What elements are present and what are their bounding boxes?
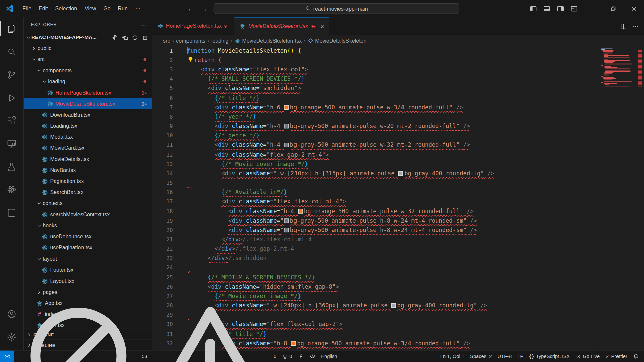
- activity-explorer[interactable]: [0, 17, 23, 40]
- more-actions-icon[interactable]: ⋯: [141, 21, 147, 28]
- status-prettier[interactable]: ✓Prettier: [603, 351, 630, 362]
- code-line-6[interactable]: 6 {/* title */}: [152, 93, 644, 103]
- menu-go[interactable]: Go: [100, 3, 114, 14]
- activity-source-control[interactable]: [0, 63, 23, 86]
- code-line-25[interactable]: 25 {/* MEDIUM & SCREEN DEVICES */}: [152, 273, 644, 282]
- tree-item-footer-tsx[interactable]: Footer.tsx: [24, 264, 152, 276]
- remote-indicator[interactable]: ><: [0, 351, 14, 362]
- activity-browser-preview[interactable]: [0, 201, 23, 224]
- code-line-15[interactable]: 15: [152, 178, 644, 187]
- layout-panel-bottom-icon[interactable]: [543, 5, 550, 12]
- breadcrumb-item-components[interactable]: components: [176, 38, 205, 44]
- close-tab-icon[interactable]: ×: [320, 23, 324, 29]
- split-editor-icon[interactable]: [620, 23, 627, 29]
- tree-item-public[interactable]: public: [24, 43, 152, 54]
- code-line-19[interactable]: 19 <div className="bg-gray-500 animate-p…: [152, 216, 644, 225]
- tree-item-usepagination-tsx[interactable]: usePagination.tsx: [24, 242, 152, 253]
- activity-atom[interactable]: [0, 178, 23, 201]
- menu-selection[interactable]: Selection: [52, 3, 81, 14]
- activity-remote-explorer[interactable]: [0, 132, 23, 155]
- close-button[interactable]: [624, 0, 644, 17]
- status-english[interactable]: English: [318, 351, 340, 362]
- tree-item-navbar-tsx[interactable]: NavBar.tsx: [24, 165, 152, 176]
- code-line-17[interactable]: 17 <div className="flex flex-col ml-4">: [152, 197, 644, 206]
- menu-file[interactable]: File: [19, 3, 35, 14]
- status-lf[interactable]: LF: [515, 351, 526, 362]
- collapse-all-icon[interactable]: [142, 34, 148, 40]
- code-line-12[interactable]: 12 <div className="flex gap-2 mt-4">: [152, 150, 644, 159]
- tree-item-moviecard-tsx[interactable]: MovieCard.tsx: [24, 142, 152, 154]
- overview-ruler[interactable]: [636, 46, 644, 350]
- tab-moviedetailsskeleton-tsx[interactable]: MovieDetailsSkeleton.tsx9+×: [235, 17, 329, 35]
- tree-item-searchmoviescontext-tsx[interactable]: searchMoviesContext.tsx: [24, 209, 152, 220]
- tree-item-loading[interactable]: loading: [24, 76, 152, 87]
- code-line-20[interactable]: 20 <div className="bg-gray-500 animate-p…: [152, 225, 644, 235]
- minimap[interactable]: [600, 46, 636, 350]
- back-arrow-icon[interactable]: ←: [185, 4, 195, 13]
- problems-status[interactable]: 53 0: [14, 351, 279, 362]
- layout-sidebar-left-icon[interactable]: [530, 5, 537, 12]
- menu-edit[interactable]: Edit: [35, 3, 51, 14]
- tree-item-contexts[interactable]: contexts: [24, 198, 152, 209]
- status-0[interactable]: 0: [279, 351, 295, 362]
- breadcrumb-item-moviedetailsskeleton[interactable]: MovieDetailsSkeleton: [308, 38, 366, 44]
- activity-run-and-debug[interactable]: [0, 86, 23, 109]
- activity-beaker[interactable]: [0, 155, 23, 178]
- layout-customize-icon[interactable]: [571, 5, 578, 12]
- status-eye[interactable]: [307, 351, 318, 362]
- code-line-24[interactable]: 24: [152, 263, 644, 273]
- command-center-search[interactable]: react-movies-app-main: [214, 3, 459, 14]
- menu-run[interactable]: Run: [114, 3, 131, 14]
- code-line-2[interactable]: 2return (: [152, 55, 644, 65]
- tree-item-layout-tsx[interactable]: Layout.tsx: [24, 276, 152, 287]
- code-line-9[interactable]: 9 <div className="h-4 bg-gray-500 animat…: [152, 121, 644, 131]
- status-lightning[interactable]: [295, 351, 307, 362]
- new-folder-icon[interactable]: [122, 34, 128, 40]
- breadcrumb-item-loading[interactable]: loading: [211, 38, 228, 44]
- menu-overflow[interactable]: ⋯: [131, 3, 144, 14]
- status-utf-8[interactable]: UTF-8: [495, 351, 515, 362]
- activity-search[interactable]: [0, 40, 23, 63]
- minimize-button[interactable]: [582, 0, 603, 17]
- code-line-8[interactable]: 8 {/* year */}: [152, 112, 644, 121]
- code-line-14[interactable]: 14 <div className=" w-[210px] h-[315px] …: [152, 169, 644, 178]
- code-line-3[interactable]: 3 <div className="flex flex-col">: [152, 65, 644, 74]
- status-bell[interactable]: [630, 351, 641, 362]
- code-line-21[interactable]: 21 </div>/.flex.flex-col.ml-4: [152, 235, 644, 244]
- tree-item-src[interactable]: src: [24, 54, 152, 65]
- status-typescript-jsx[interactable]: {}TypeScript JSX: [526, 351, 573, 362]
- layout-sidebar-right-icon[interactable]: [557, 5, 564, 12]
- activity-extensions[interactable]: [0, 109, 23, 132]
- tree-item-loading-tsx[interactable]: Loading.tsx: [24, 120, 152, 131]
- breadcrumb-item-moviedetailsskeleton-tsx[interactable]: MovieDetailsSkeleton.tsx: [234, 38, 302, 44]
- refresh-icon[interactable]: [132, 34, 138, 40]
- code-line-18[interactable]: 18 <div className="h-4 bg-orange-500 ani…: [152, 206, 644, 216]
- code-line-1[interactable]: 1function MovieDetailsSkeleton() {: [152, 46, 644, 55]
- code-line-11[interactable]: 11 <div className="h-4 bg-gray-500 anima…: [152, 140, 644, 150]
- status-spaces-2[interactable]: Spaces: 2: [467, 351, 495, 362]
- code-line-22[interactable]: 22 </div>/.flex.gap-2.mt-4: [152, 244, 644, 254]
- tree-item-pagination-tsx[interactable]: Pagination.tsx: [24, 176, 152, 187]
- tree-item-modal-tsx[interactable]: Modal.tsx: [24, 131, 152, 142]
- forward-arrow-icon[interactable]: →: [200, 4, 209, 13]
- code-line-4[interactable]: 4 {/* SMALL SCREEN DEVICES */}: [152, 74, 644, 84]
- tree-item-moviedetailsskeleton-tsx[interactable]: MovieDetailsSkeleton.tsx9+: [24, 98, 152, 109]
- tree-item-layout[interactable]: layout: [24, 253, 152, 264]
- new-file-icon[interactable]: [112, 34, 118, 40]
- menu-view[interactable]: View: [81, 3, 100, 14]
- tree-item-downloadbtn-tsx[interactable]: DownloadBtn.tsx: [24, 109, 152, 120]
- code-line-7[interactable]: 7 <div className="h-6 bg-orange-500 anim…: [152, 103, 644, 112]
- code-line-13[interactable]: 13 {/* Movie cover image */}: [152, 159, 644, 169]
- code-line-26[interactable]: 26 <div className="hidden sm:flex gap-8"…: [152, 282, 644, 291]
- code-line-23[interactable]: 23 </div>/.sm:hidden: [152, 254, 644, 263]
- tree-item-usedebounce-tsx[interactable]: useDebounce.tsx: [24, 231, 152, 242]
- tree-item-components[interactable]: components: [24, 65, 152, 76]
- tree-item-searchbar-tsx[interactable]: SearchBar.tsx: [24, 187, 152, 198]
- tree-item-hooks[interactable]: hooks: [24, 220, 152, 231]
- restore-button[interactable]: [603, 0, 624, 17]
- breadcrumb-item-src[interactable]: src: [163, 38, 170, 44]
- tree-item-moviedetails-tsx[interactable]: MovieDetails.tsx: [24, 154, 152, 165]
- code-line-16[interactable]: 16 {/* Available in*/}: [152, 188, 644, 197]
- more-actions-icon[interactable]: ⋯: [633, 23, 639, 29]
- code-line-10[interactable]: 10 {/* genre */}: [152, 131, 644, 140]
